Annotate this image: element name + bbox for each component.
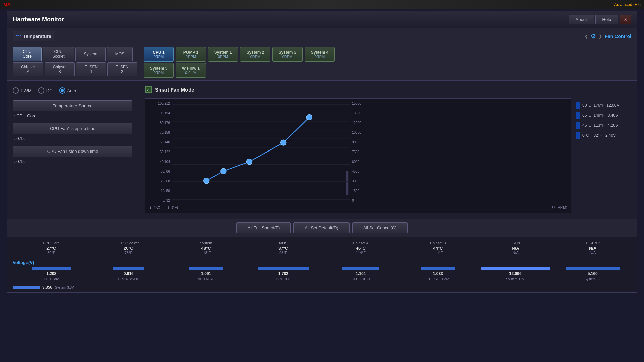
help-button[interactable]: Help — [595, 15, 619, 24]
pwm-option[interactable]: PWM — [13, 87, 32, 94]
temperature-nav-label: Temperature — [23, 34, 51, 39]
navigation-bar: 〜 Temperature ❮ ⚙ ❯ Fan Control — [7, 28, 637, 44]
mode-selection-row: PWM DC Auto — [13, 87, 132, 94]
vsensor-vdd-misc: 1.091 VDD MISC — [167, 267, 245, 281]
vsensor-cpu-1p8: 1.782 CPU 1P8 — [245, 267, 322, 281]
auto-option[interactable]: Auto — [59, 87, 76, 94]
voltage-level-0c: 0°C 32°F 2.40V — [576, 132, 630, 139]
sensor-data-row: CPU Core 27°C 80°F CPU Socket 26°C 78°F … — [7, 237, 637, 259]
all-set-default-button[interactable]: All Set Default(D) — [293, 222, 349, 233]
tab-system[interactable]: System — [75, 47, 106, 61]
sensor-mos: MOS 37°C 98°F — [245, 240, 322, 256]
voltage-bar-45c — [576, 122, 580, 129]
voltage-sensors-row: 1.208 CPU Core 0.916 CPU NB/SOC 1.091 VD… — [7, 266, 637, 284]
chart-point-3[interactable] — [246, 159, 252, 165]
step-down-button[interactable]: CPU Fan1 step down time — [13, 146, 132, 157]
fan-curve-chart: 100/212 90/194 80/176 70/158 60/140 50/1… — [145, 98, 571, 213]
about-button[interactable]: About — [569, 15, 594, 24]
celsius-icon-label: 🌡 (°C) — [149, 205, 160, 209]
fan-system1-button[interactable]: System 1 0RPM — [208, 47, 238, 62]
fan-control-label: Fan Control — [605, 34, 631, 39]
chart-axis-labels: 🌡 (°C) 🌡 (°F) ⚙ (RPM) — [149, 205, 567, 209]
fan-system3-button[interactable]: System 3 0RPM — [272, 47, 303, 62]
chart-point-5[interactable] — [306, 114, 312, 120]
vsensor-bar-chipset-core — [421, 267, 455, 270]
sensor-system: System 48°C 118°F — [167, 240, 245, 256]
window-controls: About Help X — [569, 15, 631, 24]
wave-icon: 〜 — [16, 33, 21, 40]
sensor-cpu-core: CPU Core 27°C 80°F — [13, 240, 90, 256]
close-button[interactable]: X — [620, 15, 631, 24]
chart-point-4[interactable] — [281, 140, 286, 145]
sensor-t-sen1: T_SEN 1 N/A N/A — [477, 240, 554, 256]
sensor-t-sen2: T_SEN 2 N/A N/A — [554, 240, 631, 256]
vsensor-system-12v: 12.096 System 12V — [477, 267, 554, 281]
vsensor-bar-cpu-nbsoc — [113, 267, 144, 270]
left-panel: PWM DC Auto Temperature Source : CPU Cor… — [7, 81, 138, 219]
fan-icon: ⚙ — [591, 33, 596, 40]
pwm-label: PWM — [21, 88, 32, 93]
bottom-action-buttons: All Full Speed(F) All Set Default(D) All… — [7, 219, 637, 237]
fan-wflow1-button[interactable]: W Flow 1 0.0L/M — [176, 63, 206, 78]
window-title-bar: Hardware Monitor About Help X — [7, 11, 637, 28]
nav-arrow-right: ❯ — [599, 34, 602, 39]
vsensor-system-5v: 5.160 System 5V — [554, 267, 632, 281]
auto-radio[interactable] — [59, 87, 65, 94]
vsensor-bar-cpu-vddio — [342, 267, 379, 270]
step-up-value: : 0.1s — [13, 136, 132, 141]
svg-rect-13 — [346, 182, 349, 195]
tab-cpu-socket[interactable]: CPU Socket — [43, 47, 74, 61]
vsensor-bar-vdd-misc — [189, 267, 223, 270]
vsensor-bar-cpu-core — [32, 267, 71, 270]
temp-source-button[interactable]: Temperature Source — [13, 100, 132, 111]
dc-radio[interactable] — [38, 87, 44, 94]
voltage-bar-0c — [576, 132, 580, 139]
smart-fan-header: ✓ Smart Fan Mode — [145, 86, 630, 93]
voltage-45c-label: 45°C 113°F 4.20V — [582, 123, 618, 128]
tab-mos[interactable]: MOS — [107, 47, 133, 61]
chart-y-labels-rpm: 15000 13500 12000 10500 9000 7500 6000 4… — [350, 102, 370, 202]
step-up-button[interactable]: CPU Fan1 step up time — [13, 123, 132, 134]
bios-logo: MSI — [3, 2, 12, 7]
pwm-radio[interactable] — [13, 87, 19, 94]
vsensor-bar-system-5v — [566, 267, 620, 270]
right-panel: ✓ Smart Fan Mode 100/212 90/194 80/176 7… — [138, 81, 637, 219]
tab-chipset-a[interactable]: Chipset A — [13, 62, 43, 76]
main-content-area: PWM DC Auto Temperature Source : CPU Cor… — [7, 81, 637, 219]
fan-system5-button[interactable]: System 5 0RPM — [144, 63, 174, 78]
step-down-value: : 0.1s — [13, 159, 132, 164]
dc-option[interactable]: DC — [38, 87, 53, 94]
tab-t-sen1[interactable]: T_SEN 1 — [76, 62, 106, 76]
smart-fan-label: Smart Fan Mode — [155, 87, 194, 93]
fan-cpu1-button[interactable]: CPU 1 0RPM — [144, 47, 174, 62]
sensor-cpu-socket: CPU Socket 26°C 78°F — [90, 240, 168, 256]
voltage-level-65c: 65°C 149°F 8.40V — [576, 112, 630, 119]
system33v-bar — [13, 286, 40, 289]
all-set-cancel-button[interactable]: All Set Cancel(C) — [352, 222, 408, 233]
fan-pump1-button[interactable]: PUMP 1 0RPM — [176, 47, 206, 62]
chart-drawing-area: 100/212 90/194 80/176 70/158 60/140 50/1… — [149, 102, 370, 202]
fan-system4-button[interactable]: System 4 0RPM — [305, 47, 335, 62]
rpm-icon-label: ⚙ (RPM) — [552, 205, 567, 209]
voltage-level-80c: 80°C 176°F 12.00V — [576, 102, 630, 109]
tab-chipset-b[interactable]: Chipset B — [45, 62, 75, 76]
tab-cpu-core[interactable]: CPU Core — [13, 47, 42, 61]
chart-point-1[interactable] — [204, 178, 209, 184]
chart-point-2[interactable] — [221, 168, 226, 174]
voltage-bar-65c — [576, 112, 580, 119]
temperature-nav-item[interactable]: 〜 Temperature — [13, 31, 54, 41]
vsensor-cpu-nbsoc: 0.916 CPU NB/SOC — [90, 267, 168, 281]
fan-system2-button[interactable]: System 2 0RPM — [240, 47, 270, 62]
voltage-legend: 80°C 176°F 12.00V 65°C 149°F 8.40V 45°C … — [576, 98, 630, 213]
voltage-65c-label: 65°C 149°F 8.40V — [582, 113, 618, 118]
fan-control-nav: ❮ ⚙ ❯ Fan Control — [585, 33, 631, 40]
bios-advanced-label: Advanced (F7) — [614, 2, 641, 7]
smart-fan-checkbox[interactable]: ✓ — [145, 86, 152, 93]
voltage-0c-label: 0°C 32°F 2.40V — [582, 133, 616, 138]
chart-svg-container — [172, 102, 350, 202]
voltage-80c-label: 80°C 176°F 12.00V — [582, 103, 619, 108]
all-full-speed-button[interactable]: All Full Speed(F) — [236, 222, 291, 233]
temp-source-value: : CPU Core — [13, 113, 132, 118]
tab-t-sen2[interactable]: T_SEN 2 — [107, 62, 137, 76]
auto-radio-inner — [61, 89, 64, 92]
